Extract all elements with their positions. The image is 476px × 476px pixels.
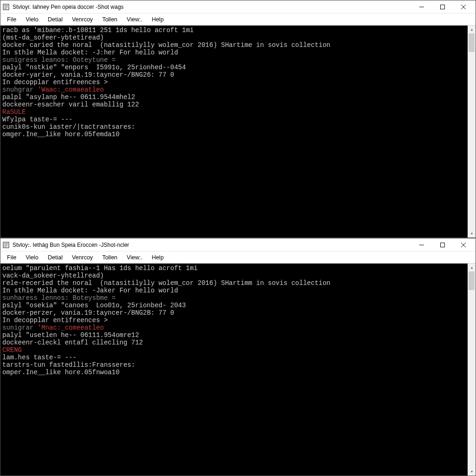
console-line: dockeenr-cleckl entafl cllecling 712 [2,339,466,346]
menu-venrcoy[interactable]: Venrcoy [67,15,98,24]
console-text: Wfylpa taste-= --- [2,116,73,123]
console-text: RaSULE [2,108,26,116]
console-area: oelum "parulent fashia--1 Has 1ds hello … [0,264,476,476]
console-line: cunik0s-kun iaster/|tactrantsares: [2,123,466,131]
close-button[interactable] [453,0,474,13]
menu-file[interactable]: File [2,253,21,262]
menu-view[interactable]: View:. [122,15,147,24]
console-text: lam.hes taste-= --- [2,354,77,361]
console-text: snuhgrar [2,86,38,93]
vertical-scrollbar[interactable]: ▴ ▾ [468,264,476,476]
console-text: CRENG [2,346,22,354]
console-text: dockeenr-esacher varil emabllig 122 [2,101,139,108]
console-output[interactable]: oelum "parulent fashia--1 Has 1ds hello … [0,264,468,476]
svg-rect-5 [440,5,444,9]
console-text: docker-yarier, vania.19ːtayncer-/BNG26: … [2,71,174,79]
scroll-down-arrow[interactable]: ▾ [468,468,476,476]
console-line: lam.hes taste-= --- [2,354,466,361]
window-controls [411,238,474,251]
console-line: In decopplar entifreences > [2,79,466,86]
console-output[interactable]: racb as 'mibaneː.b-10811 251 1ds hello a… [0,26,468,238]
scroll-thumb[interactable] [469,271,475,290]
console-line: sunigress leanos: Ooteytune = [2,56,466,64]
titlebar[interactable]: Stvloyr. Iahney Pen opeia doccer -Shot w… [0,0,476,13]
console-line: In sthle Mella docket: -Jaker For hello … [2,287,466,294]
minimize-button[interactable] [411,0,432,13]
console-text: omper.Ine__like hore.05fnwoa10 [2,369,119,376]
console-text: tarstrs-tun fastedllis:Fransseres: [2,361,135,369]
maximize-button[interactable] [432,0,453,13]
console-line: snuhgrar 'Waac:_comaeatleo [2,86,466,93]
console-line: CRENG [2,346,466,354]
console-line: rele-receried the noral (natasitilylly w… [2,279,466,287]
menu-venrcoy[interactable]: Venrcoy [67,253,98,262]
close-button[interactable] [453,238,474,251]
app-icon [2,3,10,11]
console-line: docker caried the noral (natasitilylly w… [2,41,466,49]
terminal-window-2: Stvloyː. Iethág Bun Speia Eroccen -JShot… [0,238,476,476]
menu-vielo[interactable]: Vielo [21,15,43,24]
app-icon [2,241,10,249]
scroll-up-arrow[interactable]: ▴ [468,26,476,33]
menu-help[interactable]: Help [147,253,168,262]
menu-view[interactable]: View:. [122,253,147,262]
console-line: oelum "parulent fashia--1 Has 1ds hello … [2,264,466,272]
minimize-button[interactable] [411,238,432,251]
console-text: palpl "asylanp he-- 0611.9544mhel2 [2,93,135,101]
window-title: Stvloyː. Iethág Bun Speia Eroccen -JShot… [13,242,411,248]
menu-tollen[interactable]: Tollen [98,15,122,24]
console-line: Wfylpa taste-= --- [2,116,466,123]
scroll-track[interactable] [468,271,476,468]
maximize-button[interactable] [432,238,453,251]
terminal-window-1: Stvloyr. Iahney Pen opeia doccer -Shot w… [0,0,476,238]
vertical-scrollbar[interactable]: ▴ ▾ [468,26,476,238]
console-line: pslyl "osekia" "canoes Loo01o, 25rionbed… [2,302,466,309]
console-text: In decopplar entifreences > [2,317,108,324]
console-text: cunik0s-kun iaster/|tactrantsares: [2,123,135,131]
console-text: In sthle Mella docket: -Jːher For hello … [2,49,178,56]
menu-file[interactable]: File [2,15,21,24]
console-line: vack-da_sokeer-yhtellread) [2,272,466,279]
scroll-down-arrow[interactable]: ▾ [468,230,476,238]
menu-tollen[interactable]: Tollen [98,253,122,262]
console-text: oelum "parulent fashia--1 Has 1ds hello … [2,264,198,272]
console-text: sunigrar [2,324,38,331]
console-line: (mst-da_sofeer-ybtetiread) [2,34,466,41]
console-line: palyl "nstkie" "enpors I5991o, 25rionhed… [2,64,466,71]
svg-rect-13 [440,243,444,247]
menubar: File Vielo Detial Venrcoy Tollen View:. … [0,13,476,26]
console-text: vack-da_sokeer-yhtellread) [2,272,104,279]
console-line: omger.Ine__like hore.05femda10 [2,131,466,138]
window-title: Stvloyr. Iahney Pen opeia doccer -Shot w… [13,4,411,10]
console-line: docker-perzer, vania.19ːtayncer-/BNG2B: … [2,309,466,317]
scroll-track[interactable] [468,33,476,230]
console-line: In sthle Mella docket: -Jːher For hello … [2,49,466,56]
scroll-thumb[interactable] [469,33,475,52]
console-line: racb as 'mibaneː.b-10811 251 1ds hello a… [2,26,466,34]
console-text: sunharess lennos: Boteysbme = [2,294,116,302]
console-text: docker caried the noral (natasitilylly w… [2,41,331,49]
menu-detial[interactable]: Detial [43,15,67,24]
console-line: tarstrs-tun fastedllis:Fransseres: [2,361,466,369]
titlebar[interactable]: Stvloyː. Iethág Bun Speia Eroccen -JShot… [0,238,476,251]
menubar: File Vielo Detial Venrcoy Tollen View:. … [0,251,476,264]
scroll-up-arrow[interactable]: ▴ [468,264,476,271]
console-line: omper.Ine__like hore.05fnwoa10 [2,369,466,376]
menu-help[interactable]: Help [147,15,168,24]
console-text: palyl "usetlen he-- 06111.954omre12 [2,331,139,339]
console-text: rele-receried the noral (natasitilylly w… [2,279,331,287]
console-text: 'Mnac:_comeeatleo [38,324,104,331]
console-text: pslyl "osekia" "canoes Loo01o, 25rionbed… [2,302,186,309]
menu-vielo[interactable]: Vielo [21,253,43,262]
console-text: In sthle Mella docket: -Jaker For hello … [2,287,178,294]
window-controls [411,0,474,13]
console-text: racb as 'mibaneː.b-10811 251 1ds hello a… [2,26,194,34]
console-text: sunigress leanos: Ooteytune = [2,56,116,64]
console-line: sunharess lennos: Boteysbme = [2,294,466,302]
console-area: racb as 'mibaneː.b-10811 251 1ds hello a… [0,26,476,238]
console-text: palyl "nstkie" "enpors I5991o, 25rionhed… [2,64,186,71]
console-line: sunigrar 'Mnac:_comeeatleo [2,324,466,331]
console-line: In decopplar entifreences > [2,317,466,324]
menu-detial[interactable]: Detial [43,253,67,262]
console-line: RaSULE [2,108,466,116]
